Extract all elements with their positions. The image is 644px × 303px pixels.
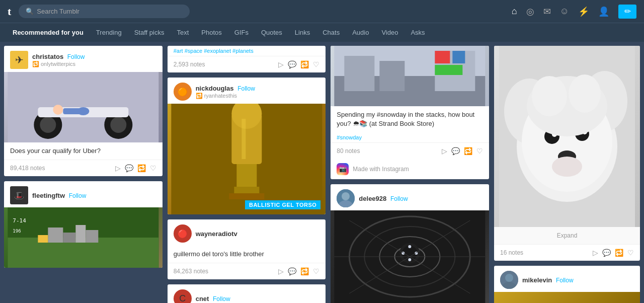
- subnav-staff-picks[interactable]: Staff picks: [129, 26, 170, 39]
- subnav-audio[interactable]: Audio: [347, 26, 374, 39]
- reblog-icon[interactable]: 🔁: [300, 267, 309, 275]
- comment-icon[interactable]: 💬: [602, 249, 611, 257]
- username: delee928: [359, 195, 386, 202]
- username-row: nickdouglas Follow: [196, 85, 255, 92]
- like-icon[interactable]: ♡: [313, 267, 319, 275]
- card-footer: 89,418 notes ▷ 💬 🔁 ♡: [4, 160, 163, 176]
- reblog-icon[interactable]: 🔁: [464, 147, 472, 155]
- avatar: 🔴: [174, 224, 192, 243]
- comment-icon[interactable]: 💬: [288, 267, 296, 275]
- username-row: christatos Follow: [32, 53, 85, 60]
- logo[interactable]: t: [8, 5, 11, 18]
- username: fleetingftw: [32, 192, 65, 199]
- avatar: ✈: [10, 51, 28, 69]
- subnav-quotes[interactable]: Quotes: [256, 26, 287, 39]
- svg-rect-11: [48, 228, 63, 243]
- user-info: fleetingftw Follow: [32, 192, 86, 199]
- svg-rect-7: [63, 108, 83, 114]
- card-text: Spending my #snowday in the stacks, how …: [331, 106, 489, 132]
- svg-rect-32: [435, 65, 463, 75]
- instagram-footer: 📷 Made with Instagram: [331, 159, 489, 179]
- delee928-card: delee928 Follow: [331, 184, 489, 303]
- comment-icon[interactable]: 💬: [451, 147, 460, 155]
- username-row: mikelevin Follow: [522, 276, 574, 284]
- oscar-image: [168, 104, 326, 214]
- subnav-chats[interactable]: Chats: [317, 26, 345, 39]
- svg-rect-23: [229, 193, 264, 199]
- subnav-trending[interactable]: Trending: [91, 26, 127, 39]
- like-icon[interactable]: ♡: [476, 147, 483, 155]
- main-content: ✈ christatos Follow 🔁 onlytwitterpics: [0, 42, 644, 303]
- share-icon[interactable]: ▷: [442, 147, 447, 155]
- explore-icon[interactable]: ◎: [526, 6, 534, 17]
- share-icon[interactable]: ▷: [593, 249, 598, 257]
- svg-text:7-14: 7-14: [13, 217, 26, 224]
- svg-point-45: [409, 258, 412, 261]
- fleetingftw-card: 🎩 fleetingftw Follow: [4, 181, 163, 268]
- svg-rect-30: [435, 51, 450, 63]
- subnav-recommended[interactable]: Recommended for you: [8, 26, 89, 39]
- avatar: C: [174, 289, 192, 303]
- username-row: delee928 Follow: [359, 195, 408, 202]
- follow-button[interactable]: Follow: [390, 195, 408, 202]
- subnav-video[interactable]: Video: [376, 26, 403, 39]
- lightning-icon[interactable]: ⚡: [578, 6, 589, 17]
- follow-button[interactable]: Follow: [213, 295, 230, 302]
- share-icon[interactable]: ▷: [278, 267, 284, 275]
- comment-icon[interactable]: 💬: [125, 164, 133, 172]
- subnav-text[interactable]: Text: [172, 26, 194, 39]
- comment-icon[interactable]: 💬: [288, 60, 296, 68]
- svg-point-63: [552, 157, 582, 177]
- expand-button[interactable]: Expand: [494, 227, 640, 244]
- person-icon[interactable]: 👤: [598, 6, 609, 17]
- user-info: christatos Follow 🔁 onlytwitterpics: [32, 53, 85, 67]
- follow-button[interactable]: Follow: [237, 85, 255, 92]
- svg-point-66: [569, 74, 601, 113]
- reblog-from: 🔁 ryanhatesthis: [196, 93, 255, 99]
- smiley-icon[interactable]: ☺: [560, 6, 569, 17]
- card-text: Does your car qualify for Uber?: [4, 142, 163, 160]
- subnav-asks[interactable]: Asks: [406, 26, 430, 39]
- card-footer: 2,593 notes ▷ 💬 🔁 ♡: [168, 56, 326, 72]
- mail-icon[interactable]: ✉: [543, 6, 551, 17]
- instagram-icon: 📷: [337, 163, 349, 175]
- svg-rect-28: [380, 61, 405, 91]
- user-info: cnet Follow: [196, 295, 230, 302]
- like-icon[interactable]: ♡: [627, 249, 634, 257]
- reblog-icon: 🔁: [32, 61, 39, 67]
- user-info: mikelevin Follow: [522, 276, 574, 284]
- column-1: ✈ christatos Follow 🔁 onlytwitterpics: [4, 46, 163, 303]
- wayneradiotv-card: 🔴 wayneradiotv guillermo del toro's litt…: [168, 219, 326, 279]
- christatos-card: ✈ christatos Follow 🔁 onlytwitterpics: [4, 46, 163, 176]
- svg-point-43: [409, 245, 412, 248]
- search-input[interactable]: [37, 8, 183, 15]
- share-icon[interactable]: ▷: [115, 164, 121, 172]
- card-text: guillermo del toro's little brother: [168, 246, 326, 263]
- search-icon: 🔍: [26, 8, 34, 15]
- reblog-icon[interactable]: 🔁: [615, 249, 623, 257]
- follow-button[interactable]: Follow: [69, 192, 87, 199]
- search-bar[interactable]: 🔍: [19, 5, 190, 18]
- follow-button[interactable]: Follow: [556, 277, 574, 284]
- svg-rect-27: [345, 56, 375, 91]
- svg-rect-14: [38, 235, 48, 243]
- subnav-photos[interactable]: Photos: [196, 26, 226, 39]
- follow-button[interactable]: Follow: [67, 53, 85, 60]
- home-icon[interactable]: ⌂: [512, 6, 517, 17]
- card-footer: 84,263 notes ▷ 💬 🔁 ♡: [168, 263, 326, 279]
- username-row: cnet Follow: [196, 295, 230, 302]
- subnav-gifs[interactable]: GIFs: [229, 26, 254, 39]
- reblog-icon[interactable]: 🔁: [300, 60, 309, 68]
- like-icon[interactable]: ♡: [313, 60, 319, 68]
- username: cnet: [196, 295, 209, 302]
- dog-image: [494, 46, 640, 227]
- snowday-image: [331, 46, 489, 106]
- share-icon[interactable]: ▷: [278, 60, 284, 68]
- dog-card: Expand 16 notes ▷ 💬 🔁 ♡: [494, 46, 640, 261]
- reblog-icon[interactable]: 🔁: [137, 164, 146, 172]
- username: mikelevin: [522, 276, 552, 284]
- stadium-svg: [331, 210, 489, 303]
- compose-button[interactable]: ✏: [618, 5, 636, 19]
- like-icon[interactable]: ♡: [150, 164, 156, 172]
- subnav-links[interactable]: Links: [290, 26, 315, 39]
